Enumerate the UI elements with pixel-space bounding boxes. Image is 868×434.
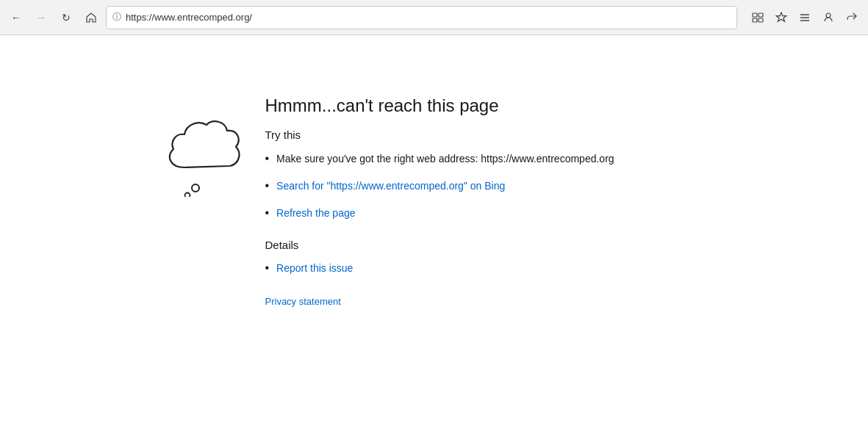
- privacy-statement-link[interactable]: Privacy statement: [265, 296, 341, 307]
- refresh-button[interactable]: ↻: [56, 7, 76, 28]
- details-item-report: Report this issue: [265, 261, 714, 275]
- address-input[interactable]: [126, 12, 731, 23]
- refresh-page-link[interactable]: Refresh the page: [276, 206, 355, 221]
- svg-point-8: [192, 184, 199, 192]
- settings-button[interactable]: [795, 7, 815, 28]
- back-button[interactable]: ←: [6, 7, 26, 28]
- address-bar-container: ⓘ: [106, 6, 737, 29]
- details-list: Report this issue: [265, 261, 714, 275]
- try-this-label: Try this: [265, 129, 714, 141]
- security-icon: ⓘ: [112, 11, 121, 23]
- svg-point-7: [826, 13, 831, 18]
- svg-rect-2: [753, 18, 757, 22]
- error-text: Hmmm...can't reach this page Try this Ma…: [265, 94, 714, 307]
- report-issue-link[interactable]: Report this issue: [276, 262, 353, 274]
- suggestion-item-address: Make sure you've got the right web addre…: [265, 151, 714, 167]
- favorites-button[interactable]: [771, 7, 792, 28]
- svg-rect-0: [753, 13, 757, 17]
- tab-manager-button[interactable]: [747, 7, 768, 28]
- browser-chrome: ← → ↻ ⓘ: [0, 0, 868, 35]
- svg-point-9: [184, 193, 190, 198]
- details-heading: Details: [265, 239, 714, 251]
- page-content: Hmmm...can't reach this page Try this Ma…: [0, 35, 868, 434]
- error-container: Hmmm...can't reach this page Try this Ma…: [140, 94, 728, 307]
- suggestion-item-refresh: Refresh the page: [265, 206, 714, 221]
- toolbar-right: [747, 7, 862, 28]
- error-heading: Hmmm...can't reach this page: [265, 94, 714, 117]
- suggestion-text-address: Make sure you've got the right web addre…: [276, 151, 614, 167]
- search-bing-link[interactable]: Search for "https://www.entrecomped.org"…: [276, 178, 505, 194]
- cloud-illustration: [155, 109, 251, 199]
- svg-rect-1: [758, 13, 763, 17]
- suggestion-item-search: Search for "https://www.entrecomped.org"…: [265, 178, 714, 194]
- share-button[interactable]: [842, 7, 862, 28]
- forward-button[interactable]: →: [31, 7, 51, 28]
- profile-button[interactable]: [818, 7, 839, 28]
- suggestions-list: Make sure you've got the right web addre…: [265, 151, 714, 221]
- svg-rect-3: [758, 18, 763, 22]
- home-button[interactable]: [81, 7, 101, 28]
